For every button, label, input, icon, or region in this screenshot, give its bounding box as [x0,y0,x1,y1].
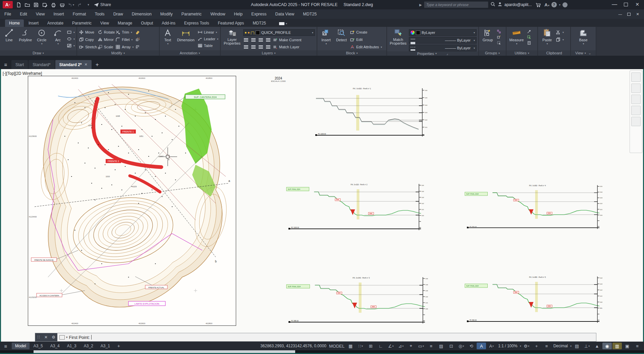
notification-icon[interactable] [562,2,568,7]
dimension-button[interactable]: Dimension [175,28,196,50]
make-current-button[interactable]: Make Current [273,37,302,43]
maximize-button[interactable] [620,1,632,8]
ribbon-tab-home[interactable]: Home [5,19,24,27]
command-prompt-text[interactable]: First Point: [69,335,90,340]
panel-groups-footer[interactable]: Groups▾ [479,50,506,56]
layer-thaw-all-icon[interactable] [258,45,264,49]
insert-block-button[interactable]: Insert▾ [319,28,333,50]
match-layer-button[interactable]: Match Layer [273,44,300,50]
doc-close-button[interactable]: ✕ [633,11,642,17]
help-dropdown-icon[interactable]: ▾ [559,3,560,6]
ortho-toggle[interactable]: ∟ [376,343,385,349]
clean-screen-button[interactable]: ▣ [623,343,632,349]
menu-edit[interactable]: Edit [15,9,32,19]
layer-select-combo[interactable]: QUICK_PROFILE ▾ [243,29,315,36]
table-button[interactable]: Table [198,43,218,49]
showmotion-icon[interactable] [631,117,641,126]
offset-button[interactable] [135,44,140,50]
quick-properties-toggle[interactable]: ▤ [572,343,582,349]
menu-draw[interactable]: Draw [109,9,127,19]
tab-a3-1[interactable]: A3_1 [97,343,113,349]
ribbon-tab-output[interactable]: Output [137,19,157,27]
properties-dialog-launcher[interactable]: ⌟ [446,51,448,56]
file-tab-standard-2[interactable]: Standard 2*✕ [55,60,92,69]
batch-plot-icon[interactable] [58,1,66,8]
ribbon-tab-manage[interactable]: Manage [114,19,136,27]
workspace-switching[interactable]: ⚙▾ [522,343,531,349]
user-name[interactable]: apardo@aplit... [504,2,532,7]
mirror-button[interactable]: Mirror [98,37,115,43]
polar-tracking-toggle[interactable]: ∠▾ [386,343,395,349]
detect-button[interactable]: Detect [334,28,348,50]
command-line-grip[interactable]: ⁞⁞ ✕ ⚙ [35,333,57,341]
navigation-bar[interactable] [630,70,642,153]
id-point-icon[interactable] [526,29,532,34]
base-button[interactable]: Base▾ [576,28,591,50]
bottom-scrollbar[interactable] [34,350,295,353]
file-tab-start[interactable]: Start [11,60,28,69]
ellipse-tool-button[interactable]: ▾ [67,36,75,42]
customize-button[interactable]: ≡ [633,343,642,349]
menu-format[interactable]: Format [68,9,91,19]
menu-parametric[interactable]: Parametric [177,9,206,19]
command-close-icon[interactable]: ✕ [44,335,48,340]
qat-dropdown-icon[interactable]: ▾ [84,1,92,8]
object-color-combo[interactable]: ByLayer ▾ [409,29,477,36]
text-button[interactable]: Text▾ [161,28,174,50]
layer-unisolate-icon[interactable] [251,38,256,42]
panel-block-footer[interactable]: Block▾ [317,50,386,56]
tab-a3-5[interactable]: A3_5 [30,343,46,349]
save-icon[interactable] [32,1,40,8]
share-button[interactable]: Share [93,1,112,8]
move-button[interactable]: Move [79,29,97,35]
ribbon-tab-addins[interactable]: Add-ins [158,19,179,27]
orbit-icon[interactable] [631,106,641,115]
annotation-scale-control[interactable]: 1:1 / 100% [497,344,519,348]
model-space-toggle[interactable]: MODEL [328,343,345,349]
3d-object-snap-toggle[interactable]: ◎▾ [457,343,466,349]
command-line[interactable]: ⁞⁞ ✕ ⚙ ▾ First Point: [35,333,596,342]
new-drawing-tab-button[interactable]: + [92,60,102,69]
new-file-icon[interactable] [14,1,22,8]
annotation-visibility-toggle[interactable]: A [477,343,486,349]
object-snap-toggle[interactable]: ▭▾ [416,343,426,349]
panel-layers-footer[interactable]: Layers▾ [221,50,317,56]
quick-calc-icon[interactable] [526,41,532,45]
quick-select-icon[interactable] [526,35,532,40]
new-layout-button[interactable]: + [114,342,123,350]
zoom-extents-icon[interactable] [631,95,641,104]
copy-button[interactable]: Copy [79,37,97,43]
coordinates-readout[interactable]: 362863.2993, 4123142.4576, 0.0000 [259,344,328,348]
menu-dimension[interactable]: Dimension [127,9,156,19]
search-icon[interactable] [490,2,495,8]
edit-block-button[interactable]: Edit [350,37,382,43]
menu-tools[interactable]: Tools [90,9,109,19]
match-properties-button[interactable]: Match Properties [389,28,408,51]
file-tab-menu-icon[interactable]: ≡ [0,60,11,69]
tab-a3-2[interactable]: A3_2 [80,343,97,349]
measure-button[interactable]: Measure▾ [508,28,525,50]
autoscale-toggle[interactable]: A▾ [487,343,496,349]
ribbon-tab-express-tools[interactable]: Express Tools [180,19,213,27]
ribbon-tab-insert[interactable]: Insert [24,19,43,27]
menu-express[interactable]: Express [247,9,271,19]
layout-menu-icon[interactable]: ≡ [0,343,11,349]
panel-modify-footer[interactable]: Modify▾ [77,50,159,56]
array-button[interactable]: Array▾ [115,44,133,50]
tab-model[interactable]: Model [12,343,30,349]
create-block-button[interactable]: Create [350,29,382,35]
explode-button[interactable] [135,37,140,43]
search-input[interactable] [424,1,488,8]
rectangle-tool-button[interactable]: ▾ [67,29,75,35]
menu-insert[interactable]: Insert [49,9,68,19]
erase-button[interactable] [135,29,140,35]
tab-a3-4[interactable]: A3_4 [47,343,63,349]
menu-window[interactable]: Window [206,9,229,19]
close-button[interactable]: ✕ [632,1,643,8]
layer-on-all-icon[interactable] [251,45,256,49]
ucs-icon-toggle[interactable]: ⊥▾ [582,343,592,349]
linear-dim-button[interactable]: Linear▾ [198,29,218,35]
undo-icon[interactable]: ▾ [67,1,75,8]
user-avatar-icon[interactable] [497,2,502,8]
line-button[interactable]: Line [2,28,17,50]
